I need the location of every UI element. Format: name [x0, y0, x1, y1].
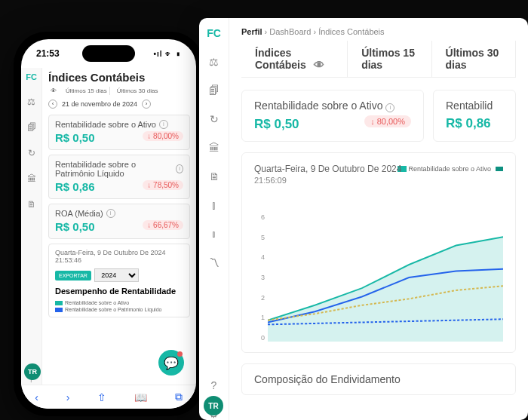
- metric-delta: ↓ 78,50%: [143, 180, 183, 190]
- metric-card-partial[interactable]: Rentabilid R$ 0,86: [433, 90, 516, 142]
- year-select[interactable]: 2024: [94, 268, 139, 282]
- chart-card: Quarta-Feira, 9 De Outubro De 2024 21:56…: [241, 152, 516, 353]
- line-chart[interactable]: 6543210: [254, 213, 503, 342]
- bar-chart-icon[interactable]: ⫿: [211, 199, 216, 211]
- desktop-panel: FC ⚖ 🗐 ↻ 🏛 🗎 ⫿ ⫾ 〽 ? ⚙ TR Perfil › DashB…: [199, 18, 528, 420]
- phone-frame: 21:53 •ıl ᯤ ▮ FC ⚖ 🗐 ↻ 🏛 🗎 ? Índices Con…: [14, 32, 204, 416]
- refresh-icon[interactable]: ↻: [210, 113, 219, 125]
- scale-icon[interactable]: ⚖: [27, 97, 35, 107]
- refresh-icon[interactable]: ↻: [28, 148, 35, 158]
- perf-title: Desempenho de Rentabilidade: [55, 287, 183, 296]
- document-icon[interactable]: 🗎: [27, 199, 36, 210]
- metric-title: Rentabilid: [446, 100, 503, 112]
- metric-value: R$ 0,86: [446, 116, 491, 130]
- current-date: 21 de novembro de 2024: [62, 100, 137, 108]
- metric-delta: ↓ 80,00%: [143, 131, 183, 141]
- help-icon[interactable]: ?: [211, 379, 217, 391]
- calculator-icon[interactable]: 🗐: [27, 122, 36, 133]
- metric-card-patrimonio[interactable]: Rentabilidade sobre o Patrimônio Líquido…: [48, 155, 190, 199]
- metric-card-ativo[interactable]: Rentabilidade sobre o Ativoi R$ 0,50 ↓ 8…: [48, 115, 190, 150]
- metric-title: ROA (Média): [55, 209, 103, 218]
- chat-button[interactable]: 💬: [158, 350, 184, 376]
- compo-title: Composição do Endividamento: [254, 373, 503, 385]
- tabs-icon[interactable]: ⧉: [175, 391, 183, 403]
- info-icon[interactable]: i: [385, 103, 394, 112]
- bookmarks-icon[interactable]: 📖: [134, 391, 147, 403]
- compo-card[interactable]: Composição do Endividamento: [241, 363, 516, 395]
- eye-off-icon[interactable]: 👁: [314, 59, 324, 71]
- export-button[interactable]: EXPORTAR: [55, 271, 91, 281]
- back-icon[interactable]: ‹: [35, 391, 38, 403]
- metric-delta: ↓ 80,00%: [364, 115, 411, 127]
- page-title: Índices Contábeis: [48, 71, 190, 84]
- bank-icon[interactable]: 🏛: [209, 142, 219, 154]
- tab-15-days[interactable]: Últimos 15 dias: [348, 41, 431, 77]
- prev-date-button[interactable]: ‹: [48, 100, 57, 109]
- breadcrumb: Perfil › DashBoard › Índices Contábeis: [241, 27, 516, 36]
- line-chart-icon[interactable]: 〽: [209, 256, 219, 268]
- legend-item: [496, 165, 503, 173]
- status-icons: •ıl ᯤ ▮: [153, 50, 181, 58]
- metric-value: R$ 0,50: [55, 220, 95, 233]
- legend-item: Rentabilidade sobre o Ativo: [398, 165, 491, 173]
- share-icon[interactable]: ⇧: [97, 391, 106, 403]
- tab-15-days[interactable]: Últimos 15 dias: [63, 87, 110, 95]
- info-icon[interactable]: i: [106, 209, 115, 218]
- legend-item: Rentabilidade sobre o Ativo: [55, 300, 183, 305]
- info-icon[interactable]: i: [176, 164, 183, 173]
- calculator-icon[interactable]: 🗐: [209, 84, 219, 97]
- metric-value: R$ 0,86: [55, 180, 95, 193]
- phone-notch: [82, 45, 135, 62]
- metric-title: Rentabilidade sobre o Ativo: [254, 100, 382, 112]
- tab-30-days[interactable]: Últimos 30 dias: [115, 87, 161, 95]
- forward-icon[interactable]: ›: [66, 391, 70, 403]
- desktop-sidebar: FC ⚖ 🗐 ↻ 🏛 🗎 ⫿ ⫾ 〽 ? ⚙ TR: [199, 18, 229, 420]
- desktop-tabs: Índices Contábeis 👁 Últimos 15 dias Últi…: [241, 41, 516, 78]
- browser-toolbar: ‹ › ⇧ 📖 ⧉: [21, 385, 196, 409]
- phone-chart-card: Quarta-Feira, 9 De Outubro De 2024 21:53…: [48, 244, 190, 317]
- phone-sidebar: FC ⚖ 🗐 ↻ 🏛 🗎 ?: [21, 68, 42, 385]
- chart-date: Quarta-Feira, 9 De Outubro De 2024: [55, 249, 183, 256]
- next-date-button[interactable]: ›: [142, 100, 151, 109]
- metric-card-ativo[interactable]: Rentabilidade sobre o Ativo i R$ 0,50 ↓ …: [241, 90, 424, 142]
- metric-title: Rentabilidade sobre o Patrimônio Líquido: [55, 160, 173, 178]
- metric-value: R$ 0,50: [254, 117, 299, 131]
- eye-off-icon[interactable]: 👁: [48, 87, 59, 95]
- tab-30-days[interactable]: Últimos 30 dias: [432, 41, 516, 77]
- metric-title: Rentabilidade sobre o Ativo: [55, 120, 156, 129]
- chart-time: 21:56:09: [254, 176, 503, 185]
- avatar[interactable]: TR: [24, 363, 41, 380]
- metric-delta: ↓ 66,67%: [143, 220, 183, 230]
- metric-value: R$ 0,50: [55, 131, 95, 144]
- logo-icon[interactable]: FC: [26, 72, 37, 81]
- logo-icon[interactable]: FC: [207, 27, 221, 39]
- chart-time: 21:53:46: [55, 256, 183, 264]
- legend-item: Rentabilidade sobre o Patrimonio Líquido: [55, 307, 183, 312]
- bar-chart-2-icon[interactable]: ⫾: [211, 228, 216, 240]
- avatar[interactable]: TR: [204, 396, 223, 415]
- bank-icon[interactable]: 🏛: [27, 173, 36, 184]
- clock: 21:53: [36, 48, 60, 59]
- document-icon[interactable]: 🗎: [209, 170, 219, 182]
- info-icon[interactable]: i: [159, 120, 168, 129]
- scale-icon[interactable]: ⚖: [209, 56, 219, 68]
- tab-title: Índices Contábeis 👁: [241, 41, 348, 77]
- metric-card-roa[interactable]: ROA (Média)i R$ 0,50 ↓ 66,67%: [48, 204, 190, 239]
